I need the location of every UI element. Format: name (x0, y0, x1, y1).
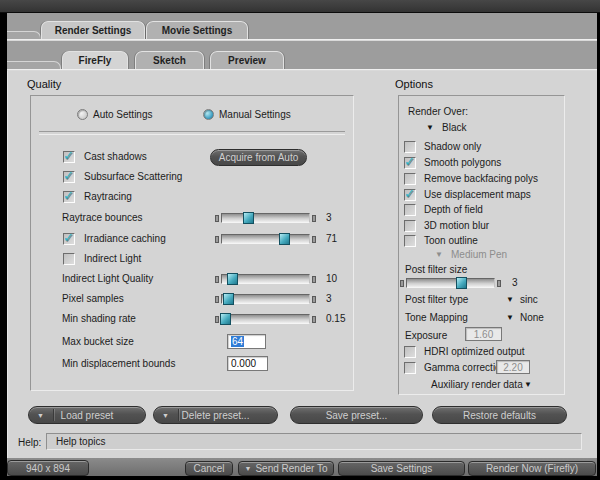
indirect-light-quality-slider[interactable] (215, 273, 316, 285)
3d-motion-blur-checkbox[interactable] (404, 220, 416, 232)
auto-settings-label: Auto Settings (93, 109, 152, 121)
help-topics-field[interactable]: Help topics (46, 433, 582, 450)
post-filter-type-value[interactable]: sinc (520, 294, 538, 306)
resolution-button[interactable]: 940 x 894 (7, 460, 89, 476)
smooth-polygons-label: Smooth polygons (424, 157, 501, 169)
raytracing-checkbox[interactable] (63, 191, 75, 203)
pixel-samples-label: Pixel samples (62, 293, 124, 305)
button-divider (178, 409, 179, 421)
post-filter-type-dropdown-icon[interactable]: ▼ (506, 295, 514, 305)
use-displacement-maps-checkbox[interactable] (404, 189, 416, 201)
slider-handle[interactable] (227, 273, 238, 285)
quality-section-title: Quality (27, 78, 61, 90)
subsurface-scattering-checkbox[interactable] (63, 171, 75, 183)
post-filter-size-value: 3 (512, 277, 518, 288)
tab-shelf-stub-1 (7, 31, 41, 39)
save-settings-button[interactable]: Save Settings (338, 461, 465, 476)
render-over-label: Render Over: (408, 106, 468, 118)
hdri-optimized-output-label: HDRI optimized output (424, 346, 525, 358)
post-filter-type-label: Post filter type (405, 294, 468, 306)
max-bucket-size-input[interactable]: 64 (227, 334, 266, 349)
indirect-light-checkbox[interactable] (63, 253, 75, 265)
tab-preview-label: Preview (228, 55, 266, 66)
tab-movie-settings[interactable]: Movie Settings (146, 21, 248, 39)
send-render-to-dropdown-icon[interactable]: ▼ (244, 465, 251, 472)
tab-preview[interactable]: Preview (210, 51, 284, 69)
slider-handle[interactable] (243, 212, 254, 224)
cancel-button[interactable]: Cancel (185, 461, 233, 476)
window-top-strip (0, 0, 600, 13)
slider-end-nub (312, 296, 316, 303)
delete-preset-dropdown-icon[interactable]: ▼ (162, 412, 169, 419)
shadow-only-label: Shadow only (424, 141, 481, 153)
use-displacement-maps-label: Use displacement maps (424, 189, 531, 201)
tone-mapping-dropdown-icon[interactable]: ▼ (506, 313, 514, 323)
tone-mapping-value[interactable]: None (520, 312, 544, 324)
auxiliary-render-data-label[interactable]: Auxiliary render data (431, 379, 523, 391)
depth-of-field-checkbox[interactable] (404, 204, 416, 216)
gamma-correction-checkbox[interactable] (404, 362, 416, 374)
toon-outline-label: Toon outline (424, 235, 478, 247)
manual-settings-radio[interactable] (203, 109, 214, 120)
cast-shadows-label: Cast shadows (84, 151, 147, 163)
pixel-samples-slider[interactable] (215, 293, 316, 305)
shadow-only-checkbox[interactable] (404, 141, 416, 153)
irradiance-caching-slider[interactable] (215, 233, 316, 245)
slider-track[interactable] (406, 278, 495, 288)
gamma-correction-input[interactable]: 2.20 (496, 360, 530, 374)
render-over-value[interactable]: Black (442, 122, 466, 134)
slider-track[interactable] (221, 314, 310, 324)
tone-mapping-label: Tone Mapping (405, 312, 468, 324)
auto-settings-radio[interactable] (77, 109, 88, 120)
slider-end-nub (400, 280, 404, 287)
toon-pen-value: Medium Pen (451, 249, 507, 261)
smooth-polygons-checkbox[interactable] (404, 157, 416, 169)
render-over-dropdown-icon[interactable]: ▼ (426, 123, 434, 133)
slider-handle[interactable] (223, 293, 234, 305)
hdri-optimized-output-checkbox[interactable] (404, 346, 416, 358)
tab-shelf-1 (7, 39, 597, 41)
raytrace-bounces-slider[interactable] (215, 212, 316, 224)
auxiliary-render-data-dropdown-icon[interactable]: ▼ (524, 380, 532, 390)
slider-track[interactable] (221, 274, 310, 284)
min-shading-rate-slider[interactable] (215, 313, 316, 325)
render-now-button[interactable]: Render Now (Firefly) (468, 461, 596, 476)
slider-track[interactable] (221, 213, 310, 223)
irradiance-caching-checkbox[interactable] (63, 233, 75, 245)
quality-divider (39, 131, 345, 135)
slider-track[interactable] (221, 234, 310, 244)
acquire-from-auto-button[interactable]: Acquire from Auto (210, 149, 307, 166)
save-preset-button[interactable]: Save preset... (290, 406, 423, 424)
load-preset-label: Load preset (61, 410, 114, 421)
slider-handle[interactable] (456, 277, 467, 289)
tab-render-settings-label: Render Settings (55, 25, 132, 36)
gamma-correction-label: Gamma correction (424, 362, 506, 374)
tab-sketch[interactable]: Sketch (135, 51, 204, 69)
render-settings-dialog: Render Settings Movie Settings FireFly S… (7, 13, 597, 476)
help-label: Help: (18, 437, 41, 449)
tab-firefly[interactable]: FireFly (62, 51, 128, 69)
delete-preset-button[interactable]: ▼ Delete preset... (153, 406, 278, 424)
gamma-correction-value: 2.20 (503, 362, 522, 373)
restore-defaults-button[interactable]: Restore defaults (432, 406, 567, 424)
post-filter-size-slider[interactable] (400, 277, 501, 289)
resolution-label: 940 x 894 (26, 463, 70, 474)
exposure-input[interactable]: 1.60 (465, 327, 502, 341)
min-shading-rate-value: 0.15 (326, 313, 345, 324)
post-filter-size-label: Post filter size (405, 264, 467, 276)
tab-render-settings[interactable]: Render Settings (41, 21, 145, 39)
toon-outline-checkbox[interactable] (404, 235, 416, 247)
load-preset-button[interactable]: ▼ Load preset (28, 406, 146, 424)
remove-backfacing-label: Remove backfacing polys (424, 173, 538, 185)
load-preset-dropdown-icon[interactable]: ▼ (37, 412, 44, 419)
slider-track[interactable] (221, 294, 310, 304)
send-render-to-button[interactable]: ▼Send Render To (238, 461, 334, 476)
min-displacement-bounds-input[interactable]: 0.000 (227, 356, 268, 371)
save-preset-label: Save preset... (326, 410, 388, 421)
slider-handle[interactable] (279, 233, 290, 245)
remove-backfacing-checkbox[interactable] (404, 173, 416, 185)
raytrace-bounces-value: 3 (326, 212, 332, 223)
save-settings-label: Save Settings (371, 463, 433, 474)
cast-shadows-checkbox[interactable] (63, 151, 75, 163)
slider-handle[interactable] (220, 313, 231, 325)
